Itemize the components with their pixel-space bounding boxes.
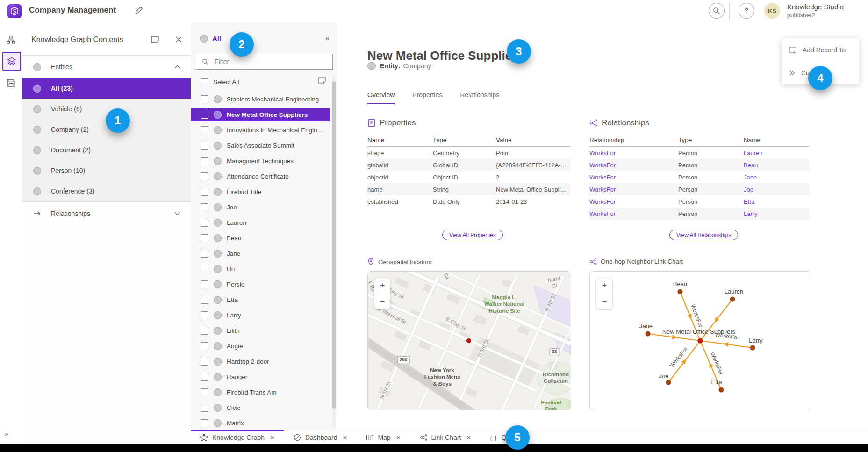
entities-group-header[interactable]: Entities [22,57,191,76]
search-button[interactable] [709,3,725,19]
table-cell-link[interactable]: Beau [744,162,809,169]
app-logo-icon[interactable] [7,4,22,18]
table-cell-link[interactable]: Larry [744,210,809,217]
entity-type-row[interactable]: Person (10) [22,160,191,181]
close-tab-icon[interactable]: ✕ [466,434,471,441]
help-button[interactable] [739,3,754,19]
hierarchy-icon[interactable] [2,31,19,48]
view-tab-map[interactable]: Map ✕ [357,430,410,445]
user-menu[interactable]: Knowledge Studio publisher2 [787,3,844,19]
table-row[interactable]: nameStringNew Metal Office Suppli... [367,183,570,195]
entity-list-item[interactable]: Sales Associate Summit [191,138,337,153]
entity-list-item[interactable]: Innovations in Mechanical Engin... [191,122,337,138]
view-all-properties-button[interactable]: View All Properties [442,230,503,240]
table-cell-link[interactable]: WorksFor [589,174,678,181]
table-cell-link[interactable]: WorksFor [589,210,678,217]
collapse-panel-icon[interactable]: « [325,34,328,42]
entity-list-item[interactable]: Managment Techniques [191,153,337,169]
table-row[interactable]: WorksForPersonEtta [589,195,809,208]
table-row[interactable]: shapeGeometryPoint [367,147,570,159]
table-cell-link[interactable]: Joe [744,186,809,193]
entity-checkbox[interactable] [201,358,208,366]
link-chart-canvas[interactable]: WorksForWorksForWorksForWorksForBeauLaur… [590,272,811,410]
table-row[interactable]: WorksForPersonLarry [589,208,809,220]
table-row[interactable]: WorksForPersonJane [589,171,809,183]
entity-list-item[interactable]: Lilith [191,323,337,338]
entity-list-item[interactable]: Attendance Certificate [191,169,337,184]
entity-checkbox[interactable] [201,111,208,119]
entity-checkbox[interactable] [201,172,208,180]
close-tab-icon[interactable]: ✕ [396,434,401,441]
entity-type-row[interactable]: Conference (3) [22,181,191,201]
relationships-group-header[interactable]: Relationships [22,204,191,223]
entity-list-item[interactable]: Ranger [191,369,337,385]
table-row[interactable]: WorksForPersonJoe [589,183,809,195]
chevron-up-icon[interactable] [174,65,180,69]
entity-checkbox[interactable] [201,404,208,412]
new-contents-icon[interactable] [151,35,159,44]
person-node[interactable] [730,297,735,302]
entity-list-item[interactable]: Beau [191,230,337,246]
close-tab-icon[interactable]: ✕ [270,434,275,441]
entity-checkbox[interactable] [201,157,208,165]
menu-item-add-record-to[interactable]: Add Record To [782,38,859,61]
select-all-checkbox[interactable] [201,78,208,86]
entity-checkbox[interactable] [201,203,208,211]
entity-list-item[interactable]: Uri [191,261,337,277]
expand-rail-icon[interactable]: » [5,430,7,438]
table-cell-link[interactable]: WorksFor [589,162,678,169]
close-tab-icon[interactable]: ✕ [342,434,347,441]
edit-title-icon[interactable] [135,6,143,14]
entity-list-item[interactable]: Hardtop 2-door [191,354,337,369]
add-record-icon[interactable] [318,76,326,85]
close-panel-icon[interactable] [175,36,182,43]
table-cell-link[interactable]: Lauren [744,150,809,157]
entity-checkbox[interactable] [201,142,208,150]
person-node[interactable] [666,380,671,385]
scrollbar-thumb[interactable] [332,81,336,409]
zoom-in-button[interactable]: + [596,278,612,294]
table-cell-link[interactable]: WorksFor [589,150,678,157]
table-row[interactable]: objectidObject ID2 [367,171,570,183]
record-tab-relationships[interactable]: Relationships [460,91,499,104]
map-viewport[interactable]: k RdW Clay StSaW Marshall StE Clay StN 3… [368,272,571,410]
entity-list-item[interactable]: New Metal Office Suppliers [191,107,337,122]
entity-checkbox[interactable] [201,373,208,381]
view-tab-link-chart[interactable]: Link Chart ✕ [410,430,481,445]
view-all-relationships-button[interactable]: View All Relationships [669,230,738,240]
save-icon[interactable] [2,74,19,91]
record-tab-properties[interactable]: Properties [412,91,442,104]
entity-checkbox[interactable] [201,265,208,273]
company-center-node[interactable] [698,338,703,344]
view-tab-dashboard[interactable]: Dashboard ✕ [284,430,357,445]
entity-list-item[interactable]: Civic [191,400,337,416]
entity-list-item[interactable]: Jane [191,246,337,261]
geospatial-map[interactable]: k RdW Clay StSaW Marshall StE Clay StN 3… [367,271,571,410]
entity-checkbox[interactable] [201,126,208,134]
person-node[interactable] [678,289,683,294]
entity-checkbox[interactable] [201,280,208,288]
person-node[interactable] [719,387,724,393]
table-cell-link[interactable]: WorksFor [589,198,678,205]
entity-list-item[interactable]: Lauren [191,215,337,230]
entity-checkbox[interactable] [201,327,208,335]
entity-checkbox[interactable] [201,388,208,396]
user-avatar[interactable]: KS [764,3,780,19]
entity-checkbox[interactable] [201,95,208,103]
table-cell-link[interactable]: Jane [744,174,809,181]
entity-checkbox[interactable] [201,250,208,258]
person-node[interactable] [646,331,651,337]
layers-icon[interactable] [2,52,21,71]
one-hop-link-chart[interactable]: WorksForWorksForWorksForWorksForBeauLaur… [589,271,811,410]
entity-checkbox[interactable] [201,311,208,319]
select-all-row[interactable]: Select All [191,74,337,89]
entity-checkbox[interactable] [201,219,208,227]
view-tab-knowledge-graph[interactable]: Knowledge Graph ✕ [191,430,284,445]
table-row[interactable]: establishedDate Only2014-01-23 [367,195,570,208]
entity-list-item[interactable]: Larry [191,308,337,323]
entity-list-item[interactable]: Angie [191,338,337,354]
entity-checkbox[interactable] [201,234,208,242]
entity-type-row[interactable]: All (23) [22,78,191,99]
record-tab-overview[interactable]: Overview [367,91,395,104]
entity-checkbox[interactable] [201,188,208,196]
